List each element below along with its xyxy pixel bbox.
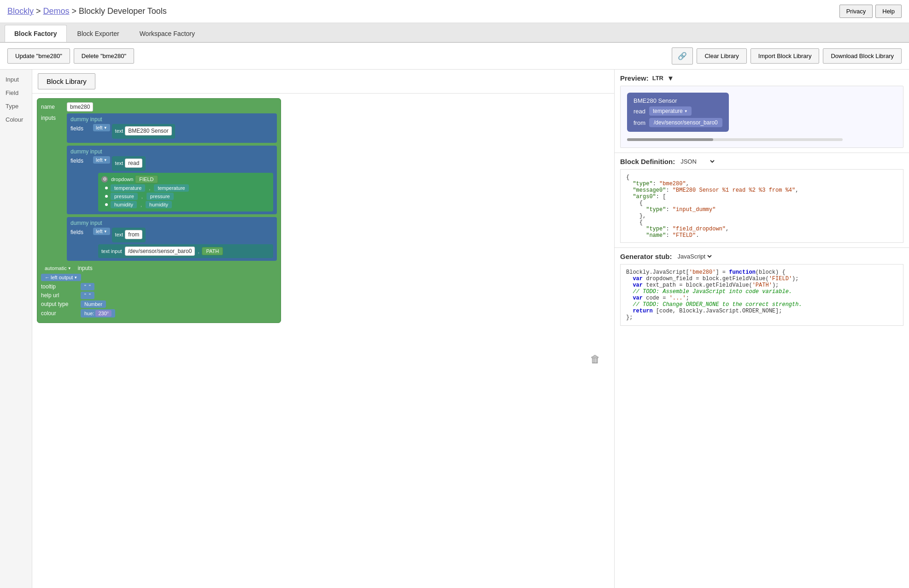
preview-path[interactable]: /dev/sensor/sensor_baro0: [649, 118, 722, 127]
main-content: Input Field Type Colour Block Library na…: [0, 70, 909, 588]
sidebar: Input Field Type Colour: [0, 70, 32, 588]
humidity-val[interactable]: humidity: [146, 201, 172, 208]
sidebar-item-field[interactable]: Field: [0, 87, 32, 99]
gen-stub-code: Blockly.JavaScript['bme280'] = function(…: [620, 264, 903, 326]
blockly-link[interactable]: Blockly: [7, 6, 34, 16]
demos-link[interactable]: Demos: [43, 6, 70, 16]
block-def-code: { "type": "bme280", "message0": "BME280 …: [620, 169, 903, 243]
from-value[interactable]: from: [125, 230, 142, 239]
field-name[interactable]: FIELD: [135, 175, 158, 183]
preview-area: BME280 Sensor read temperature from /dev…: [620, 86, 903, 148]
dummy-input-2: dummy input fields left text read: [67, 146, 277, 214]
block-workspace: name bme280 inputs dummy input: [37, 98, 610, 375]
gen-stub-title: Generator stub:: [620, 253, 672, 260]
help-url-field[interactable]: " ": [81, 292, 94, 299]
output-row: left output: [41, 274, 277, 281]
dummy-input-1: dummy input fields left text BME280 Sens…: [67, 113, 277, 143]
dummy-input-3: dummy input fields left text from: [67, 217, 277, 261]
right-panel: Preview: LTR ▼ BME280 Sensor read temper…: [614, 70, 909, 588]
text-label-from: text: [115, 232, 123, 237]
preview-title-row: BME280 Sensor: [633, 97, 722, 104]
block-def-title: Block Definition:: [620, 158, 675, 165]
dot-icon-3: [105, 203, 108, 206]
block-def-header: Block Definition: JSON JavaScript: [620, 158, 903, 165]
ltr-label: LTR: [652, 75, 663, 82]
left-dropdown-1[interactable]: left: [93, 124, 110, 131]
pressure-val[interactable]: pressure: [147, 193, 174, 200]
output-type-label: output type: [41, 301, 78, 307]
block-library-header: Block Library: [32, 70, 614, 94]
left-dropdown-2[interactable]: left: [93, 156, 110, 164]
sidebar-item-input[interactable]: Input: [0, 73, 32, 86]
block-editor[interactable]: name bme280 inputs dummy input: [32, 94, 614, 588]
preview-scrollbar[interactable]: [627, 135, 897, 141]
dummy-input-text: dummy input: [70, 116, 102, 123]
tab-block-factory[interactable]: Block Factory: [5, 25, 67, 42]
dummy-input-text-3: dummy input: [70, 220, 102, 226]
sidebar-item-type[interactable]: Type: [0, 100, 32, 112]
delete-button[interactable]: Delete "bme280": [74, 48, 134, 64]
header-actions: Privacy Help: [839, 5, 902, 18]
download-library-button[interactable]: Download Block Library: [823, 48, 902, 64]
read-value[interactable]: read: [125, 159, 142, 168]
trash-icon[interactable]: 🗑: [590, 353, 600, 365]
bottom-section: automatic inputs left output tooltip " "…: [41, 265, 277, 318]
dummy-input-label-row: dummy input: [70, 116, 273, 123]
pressure-key[interactable]: pressure: [111, 193, 138, 200]
link-icon-button[interactable]: 🔗: [672, 47, 693, 65]
colour-label: colour: [41, 310, 78, 317]
preview-title: Preview:: [620, 74, 649, 82]
text-label-bme280: text: [115, 128, 123, 134]
block-factory-area: Block Library name bme280 inputs: [32, 70, 614, 588]
path-value[interactable]: /dev/sensor/sensor_baro0: [125, 247, 195, 256]
clear-library-button[interactable]: Clear Library: [697, 48, 746, 64]
block-library-button[interactable]: Block Library: [38, 73, 95, 89]
name-value[interactable]: bme280: [67, 102, 93, 112]
ltr-chevron-icon[interactable]: ▼: [667, 74, 674, 82]
preview-block-title: BME280 Sensor: [633, 97, 677, 104]
output-type-value[interactable]: Number: [81, 300, 106, 308]
preview-read-row: read temperature: [633, 106, 722, 116]
text-bme280-block: text BME280 Sensor: [112, 124, 175, 139]
main-block: name bme280 inputs dummy input: [37, 98, 281, 323]
temp-val[interactable]: temperature: [154, 184, 188, 192]
path-name[interactable]: PATH: [202, 247, 223, 255]
hue-value[interactable]: 230°: [95, 310, 111, 317]
preview-temperature-dropdown[interactable]: temperature: [649, 106, 692, 116]
block-def-format-select[interactable]: JSON JavaScript: [679, 158, 716, 165]
inputs-label: inputs: [41, 113, 64, 121]
page-title: Blockly > Demos > Blockly Developer Tool…: [7, 6, 167, 16]
tooltip-field[interactable]: " ": [81, 283, 94, 290]
tab-workspace-factory[interactable]: Workspace Factory: [130, 25, 205, 42]
sidebar-item-colour[interactable]: Colour: [0, 113, 32, 126]
output-button[interactable]: left output: [41, 274, 81, 281]
tooltip-row: tooltip " ": [41, 283, 277, 290]
name-label: name: [41, 102, 64, 110]
privacy-button[interactable]: Privacy: [839, 5, 873, 18]
dropdown-block: ⚙ dropdown FIELD temper: [98, 173, 273, 212]
option-humidity: humidity , humidity: [101, 201, 270, 208]
help-button[interactable]: Help: [875, 5, 902, 18]
bme280-sensor-value[interactable]: BME280 Sensor: [125, 126, 171, 135]
fields-row-3: fields left text from: [70, 228, 273, 242]
fields-label-2: fields: [70, 156, 91, 164]
tab-block-exporter[interactable]: Block Exporter: [68, 25, 129, 42]
inputs-row: inputs dummy input fields left: [41, 113, 277, 261]
text-read-block: text read: [112, 156, 146, 171]
hue-field[interactable]: hue: 230°: [81, 309, 115, 318]
left-dropdown-3[interactable]: left: [93, 228, 110, 235]
gen-stub-format-select[interactable]: JavaScript Python: [676, 253, 713, 260]
option-pressure: pressure , pressure: [101, 193, 270, 200]
humidity-key[interactable]: humidity: [111, 201, 137, 208]
text-input-block: text input /dev/sensor/sensor_baro0 , PA…: [98, 244, 273, 258]
tooltip-label: tooltip: [41, 283, 78, 290]
fields-label-1: fields: [70, 124, 91, 132]
text-input-label: text input: [101, 248, 122, 254]
automatic-button[interactable]: automatic: [41, 265, 75, 272]
temp-key[interactable]: temperature: [111, 184, 145, 192]
gen-stub-header: Generator stub: JavaScript Python: [620, 253, 903, 260]
preview-from-row: from /dev/sensor/sensor_baro0: [633, 118, 722, 127]
update-button[interactable]: Update "bme280": [7, 48, 70, 64]
text-label-read: text: [115, 160, 123, 166]
import-library-button[interactable]: Import Block Library: [751, 48, 820, 64]
